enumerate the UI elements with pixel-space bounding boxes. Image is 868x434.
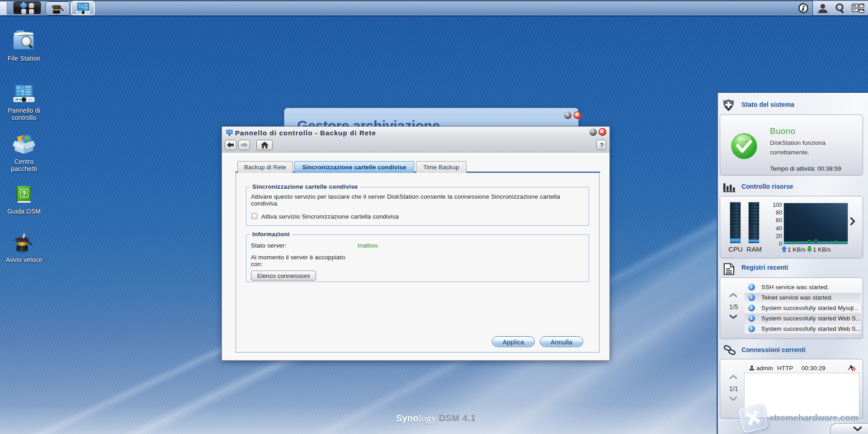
svg-text:?: ? bbox=[22, 190, 27, 198]
